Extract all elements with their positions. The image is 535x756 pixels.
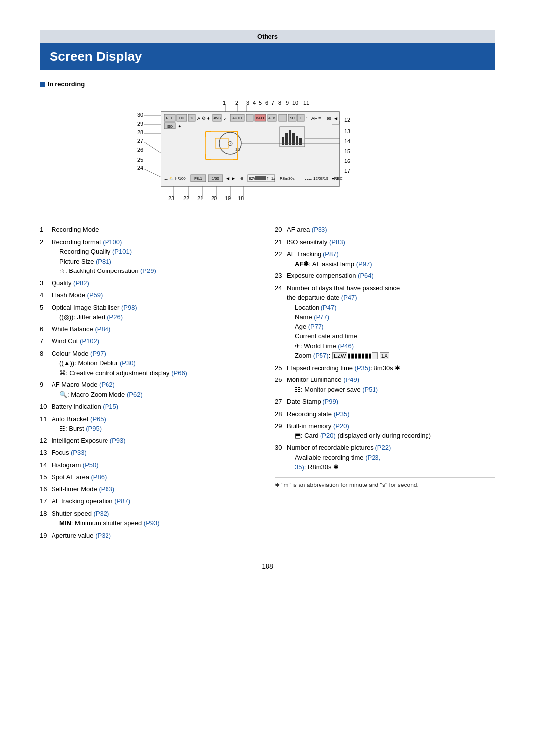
num-29: 29 xyxy=(137,121,143,127)
item-text: Colour Mode (P97) ((▲)): Motion Deblur (… xyxy=(52,349,260,378)
list-item: 21 ISO sensitivity (P83) xyxy=(275,237,495,247)
item-text: Optical Image Stabiliser (P98) ((◎)): Ji… xyxy=(52,303,260,322)
num-28: 28 xyxy=(137,129,143,135)
link: (P77) xyxy=(308,323,324,330)
list-item: 14 Histogram (P50) xyxy=(40,460,260,470)
svg-text:4: 4 xyxy=(253,100,256,106)
link: (P99) xyxy=(322,398,338,405)
item-text: AF Macro Mode (P62) 🔍: Macro Zoom Mode (… xyxy=(52,380,260,399)
item-num: 27 xyxy=(275,397,284,407)
list-item: 7 Wind Cut (P102) xyxy=(40,336,260,346)
item-num: 11 xyxy=(40,414,49,433)
item-num: 28 xyxy=(275,409,284,419)
link: (P84) xyxy=(95,325,110,333)
svg-line-76 xyxy=(144,169,161,177)
svg-text:REC: REC xyxy=(166,116,174,120)
svg-text:AF: AF xyxy=(311,116,317,121)
item-num: 29 xyxy=(275,421,284,440)
item-num: 10 xyxy=(40,402,49,412)
svg-text:1: 1 xyxy=(223,100,226,106)
list-item: 12 Intelligent Exposure (P93) xyxy=(40,436,260,446)
list-item: 6 White Balance (P84) xyxy=(40,324,260,334)
list-item: 19 Aperture value (P32) xyxy=(40,531,260,540)
num-19: 19 xyxy=(225,195,231,201)
svg-text:☆: ☆ xyxy=(190,116,193,120)
svg-text:AUTO: AUTO xyxy=(232,116,242,120)
item-num: 25 xyxy=(275,363,284,373)
item-text: Date Stamp (P99) xyxy=(287,397,495,407)
link: (P47) xyxy=(341,294,357,301)
link: (P64) xyxy=(358,272,374,279)
link: (P82) xyxy=(73,279,89,287)
section-title-box: Screen Display xyxy=(40,43,495,70)
num-18: 18 xyxy=(238,195,244,201)
item-num: 13 xyxy=(40,448,49,458)
col-right: 20 AF area (P33) 21 ISO sensitivity (P83… xyxy=(275,225,495,542)
item-num: 6 xyxy=(40,324,49,334)
num-26: 26 xyxy=(137,147,143,153)
num-14: 14 xyxy=(344,138,350,144)
content-area: 1 Recording Mode 2 Recording format (P10… xyxy=(40,225,495,542)
item-text: Shutter speed (P32) MIN: Minimum shutter… xyxy=(52,509,260,528)
item-list-right: 20 AF area (P33) 21 ISO sensitivity (P83… xyxy=(275,225,495,472)
item-num: 12 xyxy=(40,436,49,446)
item-text: Built-in memory (P20) ⬒: Card (P20) (dis… xyxy=(287,421,495,440)
item-num: 24 xyxy=(275,283,284,361)
item-text: Battery indication (P15) xyxy=(52,402,260,412)
list-item: 27 Date Stamp (P99) xyxy=(275,397,495,407)
item-num: 2 xyxy=(40,237,49,276)
item-num: 16 xyxy=(40,485,49,494)
link: (P50) xyxy=(83,461,99,469)
item-num: 1 xyxy=(40,225,49,235)
list-item: 24 Number of days that have passed since… xyxy=(275,283,495,361)
item-num: 17 xyxy=(40,496,49,506)
item-text: ISO sensitivity (P83) xyxy=(287,237,495,247)
svg-text:ISO: ISO xyxy=(167,125,173,128)
in-recording-label: In recording xyxy=(40,80,495,88)
svg-text:7: 7 xyxy=(271,100,274,106)
svg-text:◀: ◀ xyxy=(226,176,230,181)
link: (P35) xyxy=(355,364,371,372)
link: (P93) xyxy=(144,519,160,527)
num-27: 27 xyxy=(137,138,143,144)
list-item: 25 Elapsed recording time (P35): 8m30s ✱ xyxy=(275,363,495,373)
svg-text:HD: HD xyxy=(179,116,184,120)
list-item: 26 Monitor Luminance (P49) ☷: Monitor po… xyxy=(275,375,495,394)
col-left: 1 Recording Mode 2 Recording format (P10… xyxy=(40,225,260,542)
num-13: 13 xyxy=(344,128,350,134)
list-item: 20 AF area (P33) xyxy=(275,225,495,235)
svg-text:AEB: AEB xyxy=(268,116,275,120)
link: (P66) xyxy=(171,369,187,377)
list-item: 29 Built-in memory (P20) ⬒: Card (P20) (… xyxy=(275,421,495,440)
link: (P101) xyxy=(112,248,132,255)
svg-rect-51 xyxy=(292,133,295,145)
item-num: 20 xyxy=(275,225,284,235)
svg-text:●REC: ●REC xyxy=(332,176,343,181)
item-text: Wind Cut (P102) xyxy=(52,336,260,346)
num-25: 25 xyxy=(137,157,143,162)
svg-text:10: 10 xyxy=(292,100,298,106)
link: (P32) xyxy=(94,510,109,517)
link: (P20) xyxy=(333,422,349,430)
item-text: Aperture value (P32) xyxy=(52,531,260,540)
svg-text:⚙: ⚙ xyxy=(202,116,206,121)
item-text: Recording Mode xyxy=(52,225,260,235)
num-15: 15 xyxy=(344,148,350,154)
svg-text:6: 6 xyxy=(265,100,268,106)
list-item: 5 Optical Image Stabiliser (P98) ((◎)): … xyxy=(40,303,260,322)
item-text: Recording state (P35) xyxy=(287,409,495,419)
link: (P97) xyxy=(356,260,372,268)
item-list-left: 1 Recording Mode 2 Recording format (P10… xyxy=(40,225,260,540)
item-num: 23 xyxy=(275,271,284,281)
item-num: 26 xyxy=(275,375,284,394)
item-text: Spot AF area (P86) xyxy=(52,472,260,482)
list-item: 3 Quality (P82) xyxy=(40,278,260,288)
num-12: 12 xyxy=(344,117,350,123)
list-item: 1 Recording Mode xyxy=(40,225,260,235)
item-num: 4 xyxy=(40,290,49,300)
page: Others Screen Display In recording REC H… xyxy=(0,0,535,756)
svg-text:SD: SD xyxy=(290,116,295,120)
item-text: Number of days that have passed since th… xyxy=(287,283,495,361)
svg-text:9: 9 xyxy=(286,100,289,106)
num-30: 30 xyxy=(137,112,143,118)
